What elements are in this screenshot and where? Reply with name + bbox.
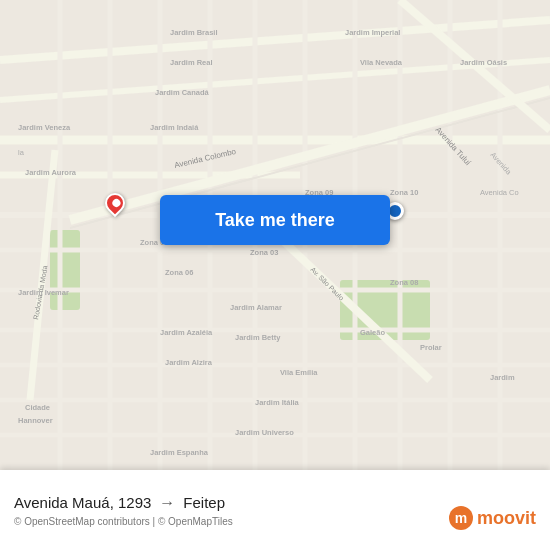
svg-text:Jardim Azaléia: Jardim Azaléia: [160, 328, 213, 337]
svg-text:Jardim: Jardim: [490, 373, 515, 382]
svg-text:Jardim Imperial: Jardim Imperial: [345, 28, 400, 37]
svg-text:Avenida Co: Avenida Co: [480, 188, 519, 197]
svg-text:Jardim Ivemar: Jardim Ivemar: [18, 288, 69, 297]
svg-text:Jardim Espanha: Jardim Espanha: [150, 448, 209, 457]
svg-text:Jardim Indaiá: Jardim Indaiá: [150, 123, 199, 132]
map-container: Avenida Colombo Avenida Tuluí Rodovia da…: [0, 0, 550, 470]
svg-text:Jardim Brasil: Jardim Brasil: [170, 28, 218, 37]
svg-text:Jardim Aurora: Jardim Aurora: [25, 168, 77, 177]
moovit-icon: m: [449, 506, 473, 530]
svg-text:la: la: [18, 148, 25, 157]
svg-text:Vila Emília: Vila Emília: [280, 368, 318, 377]
route-arrow: →: [159, 494, 175, 512]
svg-text:Jardim Canadá: Jardim Canadá: [155, 88, 210, 97]
svg-text:Jardim Oásis: Jardim Oásis: [460, 58, 507, 67]
svg-text:Zona 08: Zona 08: [390, 278, 418, 287]
moovit-logo: m moovit: [449, 506, 536, 530]
svg-text:Jardim Betty: Jardim Betty: [235, 333, 281, 342]
take-me-there-button[interactable]: Take me there: [160, 195, 390, 245]
svg-text:Cidade: Cidade: [25, 403, 50, 412]
route-destination: Feitep: [183, 494, 225, 511]
route-origin: Avenida Mauá, 1293: [14, 494, 151, 511]
svg-text:Jardim Universo: Jardim Universo: [235, 428, 294, 437]
svg-text:Prolar: Prolar: [420, 343, 442, 352]
moovit-brand-name: moovit: [477, 508, 536, 529]
svg-text:Zona 10: Zona 10: [390, 188, 418, 197]
origin-marker: [105, 193, 125, 213]
svg-text:Galeão: Galeão: [360, 328, 385, 337]
svg-text:Vila Nevada: Vila Nevada: [360, 58, 403, 67]
svg-text:Zona 06: Zona 06: [165, 268, 193, 277]
svg-text:Jardim Alamar: Jardim Alamar: [230, 303, 282, 312]
svg-text:Jardim Alzira: Jardim Alzira: [165, 358, 213, 367]
bottom-bar: Avenida Mauá, 1293 → Feitep © OpenStreet…: [0, 470, 550, 550]
svg-text:Hannover: Hannover: [18, 416, 53, 425]
svg-text:Jardim Itália: Jardim Itália: [255, 398, 300, 407]
svg-text:Jardim Veneza: Jardim Veneza: [18, 123, 71, 132]
take-me-there-label: Take me there: [215, 210, 335, 231]
svg-text:Zona 03: Zona 03: [250, 248, 278, 257]
svg-text:Jardim Real: Jardim Real: [170, 58, 213, 67]
svg-rect-3: [50, 230, 80, 310]
